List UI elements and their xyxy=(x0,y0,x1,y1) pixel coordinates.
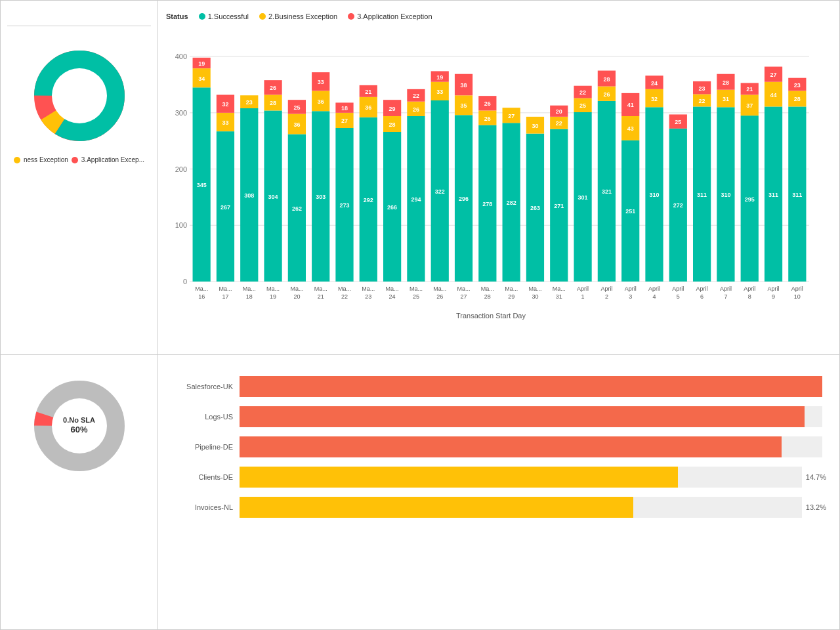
legend-label-biz: ness Exception xyxy=(24,156,68,163)
divider xyxy=(7,26,151,26)
hbar-label: Logs-US xyxy=(174,413,240,421)
hbar-fill xyxy=(240,406,805,427)
hbar-row: Invoices-NL13.2% xyxy=(174,497,826,518)
hbar-track xyxy=(240,497,802,518)
hbar-track xyxy=(240,406,822,427)
legend-biz-label: 2.Business Exception xyxy=(268,12,337,20)
hbar-track xyxy=(240,376,822,397)
legend-square-successful xyxy=(199,13,205,20)
hbar-row: Clients-DE14.7% xyxy=(174,467,826,488)
sla-donut-center: 0.No SLA 60% xyxy=(63,415,95,436)
hbar-track xyxy=(240,436,822,457)
bar-chart-area xyxy=(166,26,831,327)
legend-dot-biz xyxy=(14,157,20,163)
legend-successful-label: 1.Successful xyxy=(208,12,249,20)
legend-dot-app xyxy=(72,157,78,163)
hbar-fill xyxy=(240,467,678,488)
bottom-left-panel: 0.No SLA 60% xyxy=(1,355,158,629)
top-right-panel: Status 1.Successful 2.Business Exception… xyxy=(158,1,839,355)
top-left-panel: ness Exception 3.Application Excep... xyxy=(1,1,158,355)
bar-chart-legend: Status 1.Successful 2.Business Exception… xyxy=(166,12,831,20)
hbar-row: Salesforce-UK xyxy=(174,376,826,397)
legend-app-label: 3.Application Exception xyxy=(357,12,432,20)
legend-biz-exception: 2.Business Exception xyxy=(259,12,337,20)
legend-status-label: Status xyxy=(166,12,188,20)
hbar-label: Clients-DE xyxy=(174,473,240,481)
bottom-right-panel: Salesforce-UKLogs-USPipeline-DEClients-D… xyxy=(158,355,839,629)
legend-square-biz xyxy=(259,13,266,20)
hbar-track xyxy=(240,467,802,488)
hbar-label: Pipeline-DE xyxy=(174,443,240,451)
hbar-rows-container: Salesforce-UKLogs-USPipeline-DEClients-D… xyxy=(174,376,826,527)
svg-point-3 xyxy=(52,68,107,123)
legend-app-exception: 3.Application Exception xyxy=(348,12,432,20)
hbar-label: Salesforce-UK xyxy=(174,383,240,390)
hbar-fill xyxy=(240,497,633,518)
legend-successful: 1.Successful xyxy=(199,12,249,20)
hbar-row: Pipeline-DE xyxy=(174,436,826,457)
dashboard: ness Exception 3.Application Excep... St… xyxy=(0,0,840,630)
sla-donut-chart: 0.No SLA 60% xyxy=(27,373,132,478)
legend-label-app: 3.Application Excep... xyxy=(81,156,144,163)
hbar-value-outside: 13.2% xyxy=(806,503,826,511)
hbar-value-outside: 14.7% xyxy=(806,473,826,481)
hbar-fill xyxy=(240,436,782,457)
hbar-label: Invoices-NL xyxy=(174,503,240,511)
donut-chart-success xyxy=(27,43,132,148)
legend-square-app xyxy=(348,13,354,20)
donut-legend: ness Exception 3.Application Excep... xyxy=(14,156,144,163)
hbar-chart-wrapper: Salesforce-UKLogs-USPipeline-DEClients-D… xyxy=(171,376,826,527)
hbar-fill xyxy=(240,376,822,397)
bar-chart-canvas xyxy=(166,26,816,321)
hbar-row: Logs-US xyxy=(174,406,826,427)
